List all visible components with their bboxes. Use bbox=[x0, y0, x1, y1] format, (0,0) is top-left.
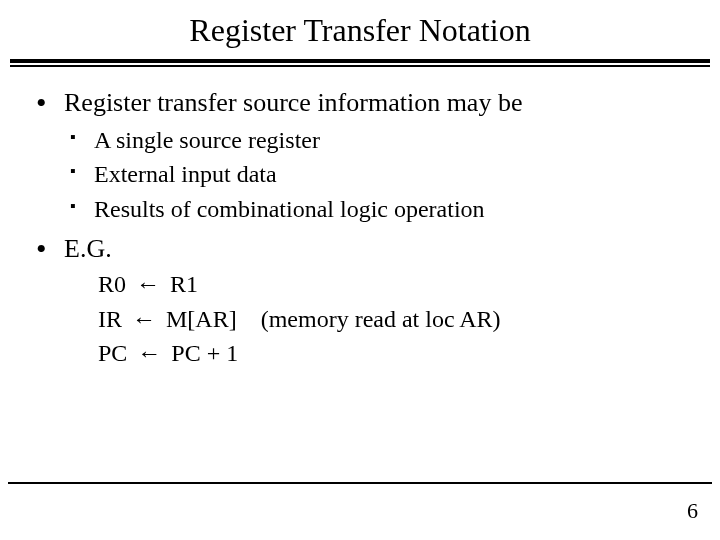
eg-rhs: R1 bbox=[170, 271, 198, 297]
bullet-item: E.G. R0 ← R1 IR ← M[AR] (memory read at … bbox=[30, 231, 690, 369]
bullet-item: Register transfer source information may… bbox=[30, 85, 690, 225]
page-number: 6 bbox=[687, 498, 698, 524]
eg-note: (memory read at loc AR) bbox=[261, 306, 501, 332]
example-line: R0 ← R1 bbox=[98, 268, 690, 300]
sub-bullet-item: External input data bbox=[64, 158, 690, 190]
sub-bullet-item: A single source register bbox=[64, 124, 690, 156]
title-divider-thick bbox=[10, 59, 710, 63]
eg-rhs: PC + 1 bbox=[171, 340, 238, 366]
bullet-text: Register transfer source information may… bbox=[64, 88, 522, 117]
example-block: R0 ← R1 IR ← M[AR] (memory read at loc A… bbox=[98, 268, 690, 369]
slide-title: Register Transfer Notation bbox=[0, 0, 720, 57]
example-line: PC ← PC + 1 bbox=[98, 337, 690, 369]
sub-bullet-text: A single source register bbox=[94, 127, 320, 153]
sub-bullet-text: Results of combinational logic operation bbox=[94, 196, 485, 222]
bullet-list: Register transfer source information may… bbox=[30, 85, 690, 370]
eg-lhs: PC bbox=[98, 340, 127, 366]
slide-content: Register transfer source information may… bbox=[0, 67, 720, 370]
left-arrow-icon: ← bbox=[128, 303, 160, 335]
footer-divider bbox=[8, 482, 712, 484]
left-arrow-icon: ← bbox=[132, 268, 164, 300]
eg-rhs: M[AR] bbox=[166, 306, 237, 332]
eg-lhs: R0 bbox=[98, 271, 126, 297]
eg-lhs: IR bbox=[98, 306, 122, 332]
example-line: IR ← M[AR] (memory read at loc AR) bbox=[98, 303, 690, 335]
sub-bullet-text: External input data bbox=[94, 161, 277, 187]
sub-bullet-list: A single source register External input … bbox=[64, 124, 690, 225]
sub-bullet-item: Results of combinational logic operation bbox=[64, 193, 690, 225]
slide: Register Transfer Notation Register tran… bbox=[0, 0, 720, 540]
bullet-text: E.G. bbox=[64, 234, 112, 263]
left-arrow-icon: ← bbox=[133, 337, 165, 369]
